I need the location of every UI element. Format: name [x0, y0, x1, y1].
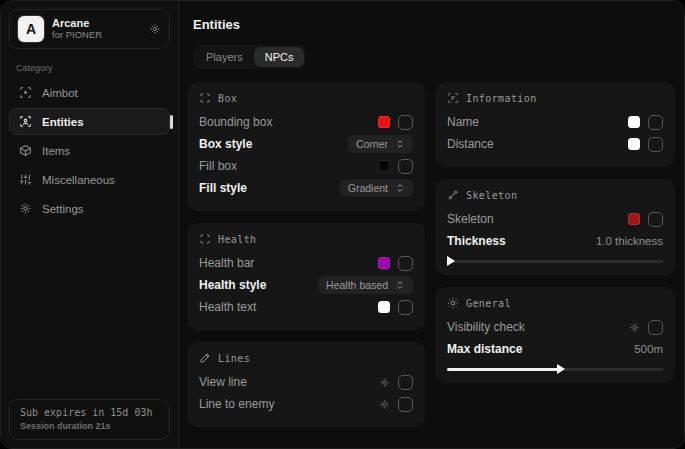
visibility-check-checkbox[interactable] — [648, 320, 663, 335]
row-label: Max distance — [447, 342, 522, 356]
row-thickness: Thickness 1.0 thickness — [447, 230, 663, 252]
health-text-checkbox[interactable] — [398, 300, 413, 315]
row-box-style: Box style Corner — [199, 133, 413, 155]
row-visibility-check: Visibility check — [447, 316, 663, 338]
category-label: Category — [16, 63, 170, 73]
dropdown-value: Corner — [356, 138, 388, 150]
sidebar-item-aimbot[interactable]: Aimbot — [9, 79, 170, 106]
slider-thumb[interactable] — [557, 364, 565, 374]
row-label: View line — [199, 375, 247, 389]
row-label: Bounding box — [199, 115, 272, 129]
subscription-card: Sub expires in 15d 03h Session duration … — [9, 399, 170, 440]
card-skeleton: Skeleton Skeleton Thickness 1.0 thicknes… — [435, 179, 675, 275]
card-information: Information Name Distance — [435, 82, 675, 167]
color-swatch[interactable] — [378, 301, 390, 313]
color-swatch[interactable] — [628, 138, 640, 150]
app-name: Arcane — [52, 17, 141, 30]
scan-text-icon — [447, 92, 459, 104]
health-style-dropdown[interactable]: Health based — [318, 276, 413, 294]
row-label: Health bar — [199, 256, 254, 270]
sliders-icon — [19, 173, 32, 186]
main-panel: Entities Players NPCs Box Bounding box — [179, 1, 684, 448]
card-title: General — [466, 298, 511, 309]
row-label: Health text — [199, 300, 256, 314]
max-distance-value: 500m — [634, 343, 663, 355]
row-distance: Distance — [447, 133, 663, 155]
thickness-value: 1.0 thickness — [596, 235, 663, 247]
row-label: Name — [447, 115, 479, 129]
gear-icon[interactable] — [149, 23, 161, 35]
card-title: Lines — [218, 353, 250, 364]
tab-npcs[interactable]: NPCs — [254, 47, 305, 67]
sidebar-item-miscellaneous[interactable]: Miscellaneous — [9, 166, 170, 193]
color-swatch[interactable] — [628, 116, 640, 128]
dropdown-value: Health based — [326, 279, 388, 291]
chevrons-up-down-icon — [395, 183, 405, 193]
sidebar-item-entities[interactable]: Entities — [9, 108, 170, 135]
card-title: Information — [466, 93, 537, 104]
brackets-icon — [199, 233, 211, 245]
row-label: Box style — [199, 137, 252, 151]
sidebar-nav: Aimbot Entities Items Miscellaneous — [9, 79, 170, 223]
row-view-line: View line — [199, 371, 413, 393]
row-line-to-enemy: Line to enemy — [199, 393, 413, 415]
bone-icon — [447, 189, 459, 201]
color-swatch[interactable] — [628, 213, 640, 225]
card-title: Box — [218, 93, 237, 104]
fill-style-dropdown[interactable]: Gradient — [340, 179, 413, 197]
card-title: Health — [218, 234, 257, 245]
logo-letter: A — [26, 21, 36, 37]
bounding-box-checkbox[interactable] — [398, 115, 413, 130]
row-health-style: Health style Health based — [199, 274, 413, 296]
pencil-line-icon — [199, 352, 211, 364]
card-health: Health Health bar Health style Health ba… — [187, 223, 425, 330]
row-fill-style: Fill style Gradient — [199, 177, 413, 199]
max-distance-slider[interactable] — [447, 368, 663, 371]
health-bar-checkbox[interactable] — [398, 256, 413, 271]
gear-icon[interactable] — [629, 322, 640, 333]
slider-thumb[interactable] — [447, 256, 455, 266]
row-health-text: Health text — [199, 296, 413, 318]
row-label: Skeleton — [447, 212, 494, 226]
color-swatch[interactable] — [378, 116, 390, 128]
row-fill-box: Fill box — [199, 155, 413, 177]
tab-players[interactable]: Players — [195, 47, 254, 67]
sidebar-item-label: Aimbot — [42, 87, 78, 99]
package-icon — [19, 144, 32, 157]
app-logo: A — [18, 16, 44, 42]
dropdown-value: Gradient — [348, 182, 388, 194]
page-title: Entities — [193, 17, 675, 32]
view-line-checkbox[interactable] — [398, 375, 413, 390]
gear-icon[interactable] — [379, 377, 390, 388]
chevrons-up-down-icon — [395, 139, 405, 149]
name-checkbox[interactable] — [648, 115, 663, 130]
card-box: Box Bounding box Box style Corner — [187, 82, 425, 211]
row-health-bar: Health bar — [199, 252, 413, 274]
skeleton-checkbox[interactable] — [648, 212, 663, 227]
thickness-slider[interactable] — [447, 260, 663, 263]
box-style-dropdown[interactable]: Corner — [348, 135, 413, 153]
crosshair-scan-icon — [19, 86, 32, 99]
row-label: Thickness — [447, 234, 506, 248]
sidebar-item-settings[interactable]: Settings — [9, 195, 170, 222]
row-bounding-box: Bounding box — [199, 111, 413, 133]
row-name: Name — [447, 111, 663, 133]
fill-box-checkbox[interactable] — [398, 159, 413, 174]
sidebar-item-label: Items — [42, 145, 70, 157]
gear-icon — [19, 202, 32, 215]
card-title: Skeleton — [466, 190, 517, 201]
distance-checkbox[interactable] — [648, 137, 663, 152]
row-label: Health style — [199, 278, 266, 292]
entities-scan-icon — [19, 115, 32, 128]
row-label: Fill box — [199, 159, 237, 173]
color-swatch[interactable] — [378, 160, 390, 172]
tab-bar: Players NPCs — [193, 45, 306, 69]
line-to-enemy-checkbox[interactable] — [398, 397, 413, 412]
app-logo-card: A Arcane for PIONER — [9, 9, 170, 49]
sidebar-item-label: Settings — [42, 203, 84, 215]
sub-expiry-text: Sub expires in 15d 03h — [20, 407, 159, 418]
gear-icon[interactable] — [379, 399, 390, 410]
color-swatch[interactable] — [378, 257, 390, 269]
session-duration-text: Session duration 21s — [20, 421, 159, 431]
sidebar-item-items[interactable]: Items — [9, 137, 170, 164]
